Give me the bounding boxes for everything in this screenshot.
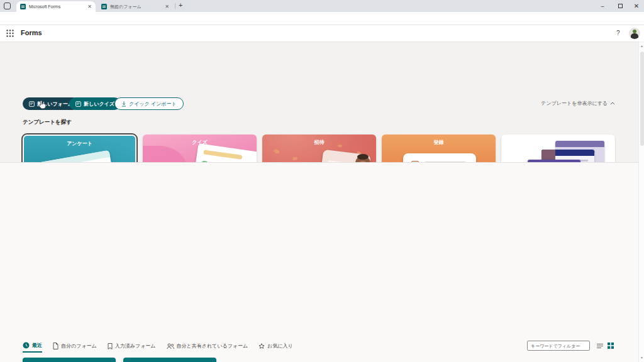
tab-label: 自分と共有されているフォーム — [177, 343, 248, 349]
star-icon — [258, 343, 265, 349]
new-tab-button[interactable]: + — [179, 1, 182, 9]
tab-label: お気に入り — [267, 343, 293, 349]
tab-close-icon[interactable]: ✕ — [165, 4, 169, 9]
screen: Microsoft Forms ✕ 無題のフォーム ✕ + – ✕ https:… — [0, 0, 644, 362]
new-quiz-icon — [75, 101, 81, 107]
template-label: 登録 — [382, 139, 496, 146]
list-view-icon[interactable] — [596, 343, 604, 349]
form-card[interactable]: スマホ向き - 2021/2/21 11:47:51 戸田 覚 0 件の回答 — [123, 358, 216, 362]
mouse-cursor — [38, 100, 47, 109]
forms-favicon-icon — [101, 4, 107, 9]
window-minimize-button[interactable]: – — [595, 0, 610, 12]
filter-input[interactable] — [527, 341, 590, 351]
window-close-button[interactable]: ✕ — [629, 0, 644, 12]
tab-label: 自分のフォーム — [61, 343, 97, 349]
library-tabs: 最近 自分のフォーム 入力済みフォーム 自分と共有されているフォーム — [23, 339, 293, 353]
forms-favicon-icon — [20, 4, 26, 9]
new-quiz-button[interactable]: 新しいクイズ — [69, 97, 121, 110]
scroll-down-icon[interactable]: ▼ — [639, 356, 644, 359]
clock-icon — [23, 342, 30, 349]
browser-tab-active[interactable]: Microsoft Forms ✕ — [16, 1, 96, 12]
tab-separator — [175, 3, 175, 9]
app-launcher-waffle-icon[interactable] — [6, 30, 14, 37]
bookmark-icon — [108, 343, 113, 349]
tab-title: 無題のフォーム — [110, 4, 162, 10]
people-icon — [167, 343, 174, 349]
quick-import-button[interactable]: クイック インポート — [114, 97, 184, 110]
tab-my-forms[interactable]: 自分のフォーム — [53, 339, 97, 353]
template-label: アンケート — [24, 140, 135, 147]
browser-nav-bar: https://forms.office.com/Pages/DesignPag… — [0, 12, 644, 25]
forms-library-section: 最近 自分のフォーム 入力済みフォーム 自分と共有されているフォーム — [0, 162, 644, 362]
template-label: 招待 — [262, 139, 376, 146]
new-quiz-label: 新しいクイズ — [84, 101, 114, 107]
template-label: クイズ — [143, 139, 257, 146]
hide-templates-link[interactable]: テンプレートを非表示にする — [541, 100, 615, 107]
tab-label: 入力済みフォーム — [115, 343, 156, 349]
hide-templates-label: テンプレートを非表示にする — [541, 100, 608, 107]
form-card-thumbnail — [123, 358, 216, 362]
chevron-up-icon — [610, 102, 615, 105]
help-button[interactable]: ? — [616, 30, 620, 36]
maximize-icon — [618, 4, 623, 8]
form-card-thumbnail — [23, 358, 116, 362]
tab-close-icon[interactable]: ✕ — [87, 4, 92, 9]
scrollbar-thumb[interactable] — [640, 52, 644, 146]
form-card[interactable]: 利用状況アンケート 覚 戸田 8 件の回答 — [23, 358, 116, 362]
vertical-scrollbar[interactable]: ▲ ▼ — [638, 41, 644, 362]
templates-heading: テンプレートを探す — [23, 119, 72, 126]
import-download-icon — [121, 101, 126, 107]
window-maximize-button[interactable] — [613, 0, 628, 12]
forms-app-header: Forms ? — [0, 25, 644, 41]
tab-filled-forms[interactable]: 入力済みフォーム — [108, 339, 156, 353]
quick-import-label: クイック インポート — [129, 101, 177, 107]
tab-title: Microsoft Forms — [29, 4, 84, 9]
templates-section: 新しいフォーム 新しいクイズ クイック インポート テンプレートを非表示にする … — [0, 41, 644, 162]
page-title: Forms — [21, 29, 42, 36]
tab-recent[interactable]: 最近 — [23, 339, 42, 353]
browser-tab-inactive[interactable]: 無題のフォーム ✕ — [97, 1, 173, 12]
new-form-icon — [29, 101, 35, 107]
grid-view-icon[interactable] — [608, 343, 614, 349]
tab-favorites[interactable]: お気に入り — [258, 339, 293, 353]
scroll-up-icon[interactable]: ▲ — [639, 44, 644, 48]
account-avatar[interactable] — [629, 28, 640, 39]
tab-shared-with-me[interactable]: 自分と共有されているフォーム — [167, 339, 248, 353]
tab-actions-menu-icon[interactable] — [4, 3, 11, 9]
document-icon — [53, 343, 58, 349]
browser-tab-bar: Microsoft Forms ✕ 無題のフォーム ✕ + – ✕ — [0, 0, 644, 12]
tab-label: 最近 — [32, 342, 42, 349]
